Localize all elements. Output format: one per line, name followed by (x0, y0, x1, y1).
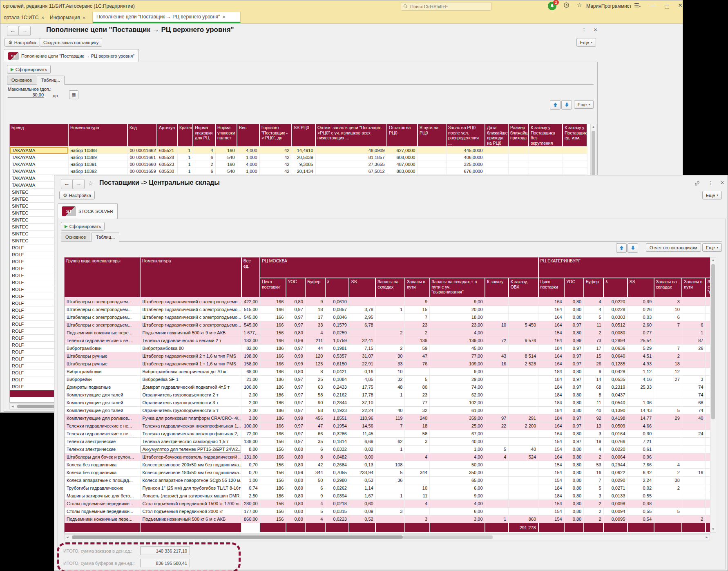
cell[interactable]: 0,0437 (603, 391, 628, 399)
cell[interactable]: 0,74 (241, 484, 260, 492)
cell[interactable]: 158,00 (241, 360, 260, 368)
cell[interactable] (375, 399, 405, 407)
cell[interactable] (405, 461, 430, 469)
cell[interactable]: 133,00 (241, 337, 260, 345)
table-row[interactable]: Комплектующие для роликов...Ручка для ро… (65, 414, 710, 422)
back-button[interactable]: ← (61, 179, 73, 189)
cell[interactable]: 17,75 (349, 383, 375, 391)
cell[interactable]: 198,00 (241, 352, 260, 360)
cell[interactable]: 0,0394 (325, 492, 349, 500)
cell[interactable]: 11 (584, 399, 604, 407)
table-row[interactable]: Комплектующие для талейОграничитель груз… (65, 391, 710, 399)
cell[interactable]: 0,80 (564, 306, 584, 313)
cell[interactable]: 110,96 (349, 414, 375, 422)
cell[interactable]: 48,0909 (315, 147, 387, 154)
cell[interactable]: 164 (538, 298, 565, 306)
cell[interactable]: 0,09 (349, 508, 375, 515)
cell[interactable]: Штабелеры с электроподъем... (65, 313, 140, 321)
cell[interactable]: 12 (654, 368, 682, 376)
cell[interactable]: 4,66 (628, 422, 654, 430)
cell[interactable] (375, 321, 405, 329)
col-header[interactable]: SS РЦ0 (292, 124, 315, 147)
cell[interactable]: 0,97 (286, 321, 306, 329)
cell[interactable]: 0,0080 (603, 329, 628, 337)
cell[interactable] (349, 329, 375, 337)
cell[interactable]: 0,80 (564, 492, 584, 500)
cell[interactable]: 40 (682, 414, 706, 422)
cell[interactable]: 58 (305, 391, 325, 399)
col-header[interactable]: Запасы в пути (405, 278, 430, 298)
cell[interactable] (485, 484, 509, 492)
cell[interactable]: 154 (538, 477, 565, 484)
col-header[interactable]: Вес (237, 124, 259, 147)
cell[interactable]: 74 (682, 391, 706, 399)
cell[interactable]: 0,60 (349, 500, 375, 508)
cell[interactable]: 53 (584, 461, 604, 469)
cell[interactable] (509, 492, 538, 500)
cell[interactable]: 9,00 (430, 298, 485, 306)
col-header[interactable]: К заказу, ОВХ (509, 278, 538, 298)
cell[interactable]: 77 (405, 399, 430, 407)
cell[interactable]: 154 (538, 515, 565, 523)
cell[interactable]: Ручка для роликовых платформ CRA/CRO- 4/… (140, 414, 241, 422)
cell[interactable]: 138,00 (241, 438, 260, 446)
cell[interactable]: 0,0228 (603, 306, 628, 313)
col-header[interactable]: К заказу (485, 278, 509, 298)
cell[interactable]: 0,1285 (603, 360, 628, 368)
cell[interactable]: 2,24 (628, 477, 654, 484)
cell[interactable]: 68 (682, 399, 706, 407)
cell[interactable]: 186 (260, 376, 286, 383)
cell[interactable]: 2 (584, 453, 604, 461)
col-header[interactable]: λ (603, 278, 628, 298)
cell[interactable]: Вибротрамбовки (65, 345, 140, 352)
cell[interactable]: 1,06 (628, 399, 654, 407)
cell[interactable]: 0,80 (286, 453, 306, 461)
cell[interactable]: 81,1857 (315, 154, 387, 161)
cell[interactable]: 0,80 (564, 368, 584, 376)
cell[interactable]: 65,00 (430, 477, 485, 484)
cell[interactable]: 5 (654, 508, 682, 515)
cell[interactable] (682, 368, 706, 376)
cell[interactable] (485, 161, 508, 168)
cell[interactable]: 97 (485, 414, 509, 422)
cell[interactable]: 186 (260, 391, 286, 399)
cell[interactable]: 605523 (157, 161, 177, 168)
cell[interactable]: 164 (538, 430, 565, 438)
cell[interactable]: 139,00 (430, 337, 485, 345)
global-search[interactable] (401, 2, 491, 11)
cell[interactable]: 2,00 (241, 391, 260, 399)
scroll-left-icon[interactable]: ◄ (65, 535, 70, 540)
cell[interactable]: 32 (405, 407, 430, 414)
cell[interactable]: 156 (260, 469, 286, 477)
param-value-field[interactable]: 30,00 (8, 92, 44, 98)
cell[interactable]: 160 (215, 161, 237, 168)
cell[interactable]: 359,00 (430, 414, 485, 422)
cell[interactable]: 7 (584, 477, 604, 484)
cell[interactable]: 48 (375, 383, 405, 391)
cell[interactable]: TAKAYAMA (10, 161, 68, 168)
cell[interactable]: 109,00 (430, 360, 485, 368)
col-header[interactable]: Запасы на складах + в пути с уч. "выравн… (430, 278, 485, 298)
cell[interactable]: Штабелер гидравлический 1 т 1,6 м тип PM… (140, 360, 241, 368)
cell[interactable]: 17 (305, 313, 325, 321)
cell[interactable]: 3,00 (430, 515, 485, 523)
cell[interactable]: 43 (485, 352, 509, 360)
table-row[interactable]: ВибротрамбовкиВибротрамбовка 8082,001860… (65, 345, 710, 352)
cell[interactable]: Штабелеры с электроподъем... (65, 298, 140, 306)
cell[interactable]: Трубогибы гидравлические (65, 484, 140, 492)
cell[interactable]: 0,1954 (325, 422, 349, 430)
cell[interactable]: 35 (305, 438, 325, 446)
cell[interactable]: 445,0000 (446, 147, 485, 154)
cell[interactable]: 2 (654, 352, 682, 360)
cell[interactable]: 0,55 (628, 492, 654, 500)
cell[interactable]: Комплектующие для талей (65, 391, 140, 399)
cell[interactable] (563, 168, 587, 175)
cell[interactable]: 0,99 (286, 352, 306, 360)
cell[interactable]: 154 (538, 508, 565, 515)
cell[interactable] (682, 360, 706, 368)
cell[interactable]: 0,0540 (603, 399, 628, 407)
cell[interactable]: 545,00 (241, 313, 260, 321)
cell[interactable]: 102,00 (430, 399, 485, 407)
cell[interactable]: 68,00 (241, 368, 260, 376)
cell[interactable]: Колеса без подшипника (65, 461, 140, 469)
